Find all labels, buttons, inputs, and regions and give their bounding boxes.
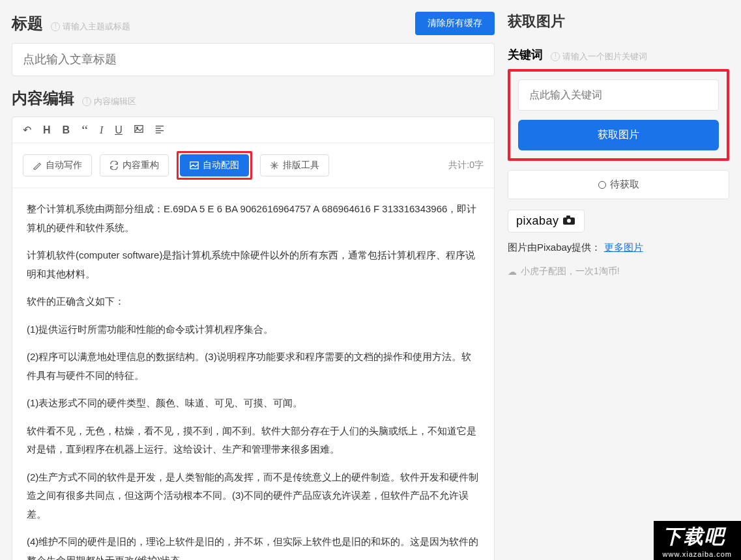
auto-write-label: 自动写作	[46, 160, 82, 171]
restructure-label: 内容重构	[123, 160, 159, 171]
layout-tool-button[interactable]: 排版工具	[260, 154, 329, 176]
image-source-line: 图片由Pixabay提供： 更多图片	[508, 242, 729, 254]
italic-icon[interactable]: I	[100, 124, 103, 136]
title-label: 标题	[12, 14, 43, 32]
info-icon: !	[51, 22, 60, 31]
keyword-highlight-box: 获取图片	[508, 69, 729, 161]
info-icon: !	[82, 97, 91, 106]
footer-note-text: 小虎子配图，一次1淘币!	[521, 266, 620, 277]
keyword-label: 关键词	[508, 48, 543, 61]
word-count: 共计:0字	[448, 160, 484, 171]
watermark-sub: www.xiazaiba.com	[663, 550, 732, 560]
align-icon[interactable]	[155, 124, 164, 136]
undo-icon[interactable]: ↶	[23, 124, 31, 136]
footer-note: ☁ 小虎子配图，一次1淘币!	[508, 266, 729, 277]
keyword-input[interactable]	[518, 79, 719, 111]
svg-point-9	[567, 219, 571, 223]
source-prefix: 图片由Pixabay提供：	[508, 242, 601, 253]
action-row: 自动写作 内容重构 自动配图 排版工具 共计:0字	[12, 143, 494, 188]
auto-image-highlight: 自动配图	[177, 151, 252, 180]
title-hint-text: 请输入主题或标题	[63, 21, 130, 33]
quote-icon[interactable]: “	[81, 127, 88, 133]
keyword-hint: ! 请输入一个图片关键词	[551, 51, 647, 63]
get-image-button[interactable]: 获取图片	[518, 120, 719, 150]
pending-button[interactable]: 待获取	[508, 170, 729, 199]
camera-icon	[563, 216, 576, 227]
cloud-icon: ☁	[508, 266, 517, 277]
pending-label: 待获取	[610, 178, 639, 191]
editor-box: ↶ H B “ I U 自动写作 内	[12, 117, 495, 560]
svg-point-1	[136, 127, 138, 128]
editor-content[interactable]: 整个计算机系统由两部分组成：E.69DA 5 E 6 BA 9062616964…	[12, 188, 494, 560]
editor-hint: ! 内容编辑区	[82, 96, 136, 107]
watermark: 下载吧 www.xiazaiba.com	[654, 521, 741, 560]
title-header: 标题 ! 请输入主题或标题 清除所有缓存	[12, 12, 495, 35]
article-title-input[interactable]	[12, 43, 495, 76]
auto-image-label: 自动配图	[203, 160, 239, 171]
paragraph: (1)提供运行时所需功能和性能的命令或计算机程序集合。	[27, 320, 480, 339]
underline-icon[interactable]: U	[115, 124, 123, 136]
paragraph: (2)生产方式不同的软件是开发，是人类智能的高发挥，而不是传统意义上的硬件制造。…	[27, 468, 480, 524]
bold-icon[interactable]: B	[63, 124, 70, 136]
title-hint: ! 请输入主题或标题	[51, 21, 130, 33]
paragraph: 软件的正确含义如下：	[27, 292, 480, 311]
format-toolbar: ↶ H B “ I U	[12, 117, 494, 143]
editor-hint-text: 内容编辑区	[94, 96, 136, 107]
circle-icon	[598, 181, 606, 189]
clear-cache-button[interactable]: 清除所有缓存	[415, 12, 495, 35]
paragraph: 软件看不见，无色，枯燥，看不见，摸不到，闻不到。软件大部分存在于人们的头脑或纸上…	[27, 422, 480, 459]
paragraph: (4)维护不同的硬件是旧的，理论上软件是旧的，并不坏，但实际上软件也是旧的和坏的…	[27, 533, 480, 560]
watermark-main: 下载吧	[663, 525, 725, 547]
paragraph: 整个计算机系统由两部分组成：E.69DA 5 E 6 BA 9062616964…	[27, 200, 480, 237]
paragraph: 计算机软件(computer software)是指计算机系统中除硬件以外的所有…	[27, 246, 480, 283]
pixabay-badge: pixabay	[508, 210, 585, 232]
restructure-button[interactable]: 内容重构	[100, 154, 169, 176]
paragraph: (1)表达形式不同的硬件类型、颜色、味道、可见、可摸、可闻。	[27, 394, 480, 413]
get-image-title: 获取图片	[508, 12, 729, 31]
auto-write-button[interactable]: 自动写作	[23, 154, 92, 176]
pixabay-text: pixabay	[516, 214, 559, 228]
image-icon[interactable]	[134, 124, 143, 136]
layout-tool-label: 排版工具	[283, 160, 319, 171]
keyword-hint-text: 请输入一个图片关键词	[562, 51, 647, 63]
svg-rect-8	[566, 216, 570, 218]
more-images-link[interactable]: 更多图片	[604, 242, 643, 253]
editor-label: 内容编辑	[12, 89, 74, 107]
auto-image-button[interactable]: 自动配图	[180, 154, 249, 176]
info-icon: !	[551, 52, 560, 61]
heading-icon[interactable]: H	[43, 124, 51, 136]
paragraph: (2)程序可以满意地处理信息的数据结构。(3)说明程序功能要求和程序需要的文档的…	[27, 348, 480, 385]
